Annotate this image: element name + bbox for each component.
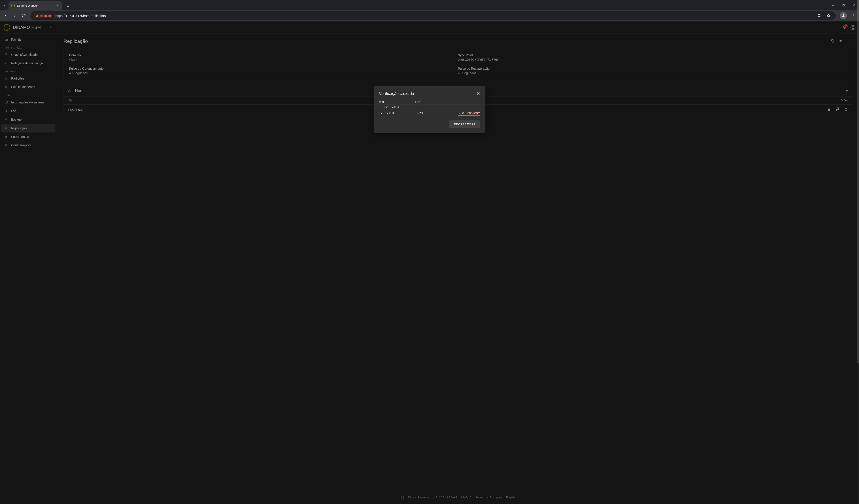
zoom-icon[interactable] [815,12,823,20]
svg-point-9 [853,17,854,17]
window-controls [828,1,859,10]
browser-toolbar: Inseguro https://127.0.0.1/#/hsm/replica… [0,10,859,21]
svg-rect-1 [843,4,844,6]
modal-title: Verificação cruzada [379,91,414,96]
browser-menu-button[interactable] [849,12,857,20]
tab-search-dropdown[interactable] [0,1,9,10]
svg-line-5 [820,16,820,17]
bookmark-icon[interactable] [825,12,833,20]
reload-button[interactable]: RECARREGAR [449,121,480,128]
tab-title: Dinamo Webcon [17,4,39,7]
modal-backdrop[interactable]: Verificação cruzada ✕ this 1 Nó 172.17.0… [0,21,859,504]
cross-row: 172.17.0.3 0 Nós 0x8000908C [379,110,480,116]
new-tab-button[interactable]: + [64,3,71,10]
nav-reload-button[interactable] [20,12,28,20]
cross-name: this [379,100,415,104]
cross-count: 0 Nós [415,111,441,115]
profile-button[interactable] [840,12,847,19]
window-maximize[interactable] [839,1,849,10]
svg-point-8 [853,15,854,16]
svg-point-7 [853,14,854,15]
cross-check-modal: Verificação cruzada ✕ this 1 Nó 172.17.0… [374,86,485,133]
cross-count: 1 Nó [415,100,441,104]
svg-point-4 [818,14,820,17]
cross-row: this 1 Nó [379,99,480,105]
browser-tab[interactable]: Dinamo Webcon × [9,1,62,10]
svg-point-6 [843,14,844,16]
nav-forward-button[interactable] [11,12,19,20]
tab-favicon [11,4,15,7]
address-bar[interactable]: Inseguro https://127.0.0.1/#/hsm/replica… [30,11,836,20]
browser-titlebar: Dinamo Webcon × + [0,0,859,10]
cross-error-link[interactable]: 0x8000908C [458,111,480,115]
insecure-badge[interactable]: Inseguro [33,13,53,18]
cross-sub-ip: 172.17.0.3 [379,105,480,110]
cross-name: 172.17.0.3 [379,111,415,115]
modal-close-icon[interactable]: ✕ [477,91,480,96]
tab-close-icon[interactable]: × [56,3,60,8]
nav-back-button[interactable] [2,12,10,20]
window-minimize[interactable] [828,1,839,10]
url-text: https://127.0.0.1/#/hsm/replication [56,14,106,18]
